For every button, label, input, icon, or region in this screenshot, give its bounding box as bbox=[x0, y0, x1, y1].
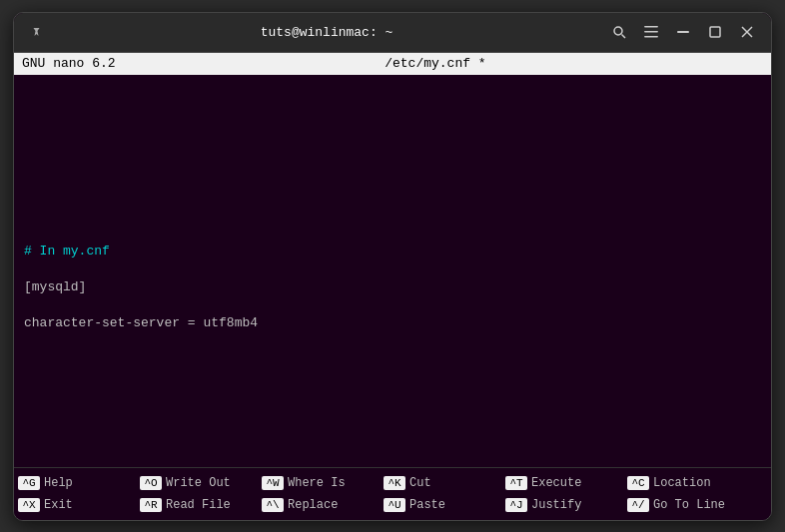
terminal-window: tuts@winlinmac: ~ bbox=[13, 12, 772, 521]
nano-status-right bbox=[755, 56, 763, 71]
editor-line bbox=[24, 261, 761, 278]
editor-line bbox=[24, 207, 761, 225]
svg-rect-3 bbox=[644, 31, 658, 33]
shortcut-label: Justify bbox=[531, 498, 581, 512]
nano-status-bar: GNU nano 6.2 /etc/my.cnf * bbox=[14, 53, 771, 75]
shortcut-key: ^G bbox=[18, 476, 40, 490]
shortcut-item-0-2[interactable]: ^WWhere Is bbox=[262, 476, 382, 490]
shortcut-key: ^R bbox=[140, 498, 162, 512]
shortcuts-bar: ^GHelp^OWrite Out^WWhere Is^KCut^TExecut… bbox=[14, 467, 771, 520]
editor-line bbox=[24, 171, 761, 189]
search-button[interactable] bbox=[605, 21, 633, 43]
shortcut-item-1-2[interactable]: ^\Replace bbox=[262, 498, 382, 512]
shortcut-label: Paste bbox=[409, 498, 445, 512]
maximize-button[interactable] bbox=[701, 21, 729, 43]
editor-line bbox=[24, 117, 761, 135]
editor-line bbox=[24, 81, 761, 99]
shortcut-key: ^X bbox=[18, 498, 40, 512]
nano-version: GNU nano 6.2 bbox=[22, 56, 116, 71]
shortcut-label: Read File bbox=[166, 498, 231, 512]
editor-line bbox=[24, 153, 761, 171]
shortcut-label: Replace bbox=[288, 498, 338, 512]
editor-line: [mysqld] bbox=[24, 278, 761, 296]
menu-button[interactable] bbox=[637, 21, 665, 43]
shortcut-key: ^C bbox=[627, 476, 649, 490]
shortcut-key: ^K bbox=[384, 476, 405, 490]
svg-line-1 bbox=[622, 35, 626, 39]
editor-line bbox=[24, 296, 761, 314]
svg-rect-6 bbox=[710, 27, 720, 37]
svg-rect-5 bbox=[677, 31, 689, 33]
editor-area[interactable]: # In my.cnf[mysqld]character-set-server … bbox=[14, 75, 771, 467]
shortcut-label: Cut bbox=[409, 476, 431, 490]
editor-line bbox=[24, 189, 761, 207]
shortcut-key: ^W bbox=[262, 476, 284, 490]
shortcut-label: Help bbox=[44, 476, 73, 490]
title-bar-left bbox=[24, 20, 48, 44]
editor-line: character-set-server = utf8mb4 bbox=[24, 314, 761, 332]
svg-point-0 bbox=[614, 27, 622, 35]
shortcut-key: ^U bbox=[384, 498, 405, 512]
editor-line: # In my.cnf bbox=[24, 243, 761, 261]
title-bar-controls bbox=[605, 21, 761, 43]
shortcut-item-1-5[interactable]: ^/Go To Line bbox=[627, 498, 747, 512]
minimize-button[interactable] bbox=[669, 21, 697, 43]
close-button[interactable] bbox=[733, 21, 761, 43]
shortcut-item-1-4[interactable]: ^JJustify bbox=[505, 498, 625, 512]
shortcut-item-0-3[interactable]: ^KCut bbox=[384, 476, 503, 490]
nano-filename: /etc/my.cnf * bbox=[385, 56, 485, 71]
shortcut-label: Write Out bbox=[166, 476, 231, 490]
shortcut-key: ^\ bbox=[262, 498, 284, 512]
shortcut-label: Go To Line bbox=[653, 498, 725, 512]
shortcut-key: ^T bbox=[505, 476, 527, 490]
shortcuts-row-1: ^XExit^RRead File^\Replace^UPaste^JJusti… bbox=[14, 494, 771, 516]
shortcut-key: ^/ bbox=[627, 498, 649, 512]
window-title: tuts@winlinmac: ~ bbox=[48, 25, 605, 40]
pin-icon bbox=[24, 20, 48, 44]
shortcut-item-0-1[interactable]: ^OWrite Out bbox=[140, 476, 260, 490]
shortcut-label: Exit bbox=[44, 498, 73, 512]
svg-rect-2 bbox=[644, 26, 658, 28]
svg-rect-4 bbox=[644, 36, 658, 38]
shortcut-item-0-5[interactable]: ^CLocation bbox=[627, 476, 747, 490]
shortcut-key: ^J bbox=[505, 498, 527, 512]
shortcut-item-1-0[interactable]: ^XExit bbox=[18, 498, 138, 512]
editor-line bbox=[24, 225, 761, 243]
shortcut-label: Execute bbox=[531, 476, 581, 490]
shortcut-label: Location bbox=[653, 476, 711, 490]
title-bar: tuts@winlinmac: ~ bbox=[14, 13, 771, 53]
shortcut-item-0-0[interactable]: ^GHelp bbox=[18, 476, 138, 490]
shortcut-item-1-1[interactable]: ^RRead File bbox=[140, 498, 260, 512]
shortcut-label: Where Is bbox=[288, 476, 346, 490]
shortcuts-row-0: ^GHelp^OWrite Out^WWhere Is^KCut^TExecut… bbox=[14, 472, 771, 494]
editor-line bbox=[24, 99, 761, 117]
editor-line bbox=[24, 135, 761, 153]
shortcut-key: ^O bbox=[140, 476, 162, 490]
shortcut-item-0-4[interactable]: ^TExecute bbox=[505, 476, 625, 490]
shortcut-item-1-3[interactable]: ^UPaste bbox=[384, 498, 503, 512]
